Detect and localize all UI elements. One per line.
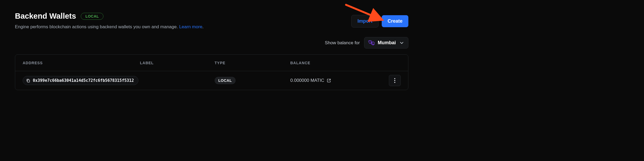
svg-point-1 (394, 78, 395, 79)
row-actions-button[interactable] (389, 75, 401, 86)
address-text: 0x399e7c66ba63041a14d5c72fc6fb5678315f53… (33, 78, 134, 83)
subtitle-text: Engine performs blockchain actions using… (15, 24, 179, 29)
svg-point-2 (394, 80, 395, 81)
col-label: LABEL (140, 61, 204, 65)
wallet-type-badge: LOCAL (81, 13, 103, 20)
network-select[interactable]: Mumbai (364, 37, 408, 49)
table-row: 0x399e7c66ba63041a14d5c72fc6fb5678315f53… (15, 71, 408, 90)
external-link-icon[interactable] (327, 78, 331, 83)
balance-for-label: Show balance for (325, 40, 360, 46)
copy-icon (26, 79, 30, 83)
page-title: Backend Wallets (15, 12, 76, 21)
page-subtitle: Engine performs blockchain actions using… (15, 24, 204, 30)
svg-point-3 (394, 82, 395, 83)
col-type: TYPE (204, 61, 290, 65)
dots-vertical-icon (394, 78, 395, 83)
balance-text: 0.000000 MATIC (290, 78, 324, 83)
type-pill: LOCAL (215, 77, 236, 84)
table-header: ADDRESS LABEL TYPE BALANCE (15, 55, 408, 71)
address-pill[interactable]: 0x399e7c66ba63041a14d5c72fc6fb5678315f53… (23, 76, 138, 85)
svg-rect-0 (27, 80, 30, 82)
col-balance: BALANCE (290, 61, 377, 65)
network-name: Mumbai (378, 40, 396, 46)
import-button[interactable]: Import (351, 15, 379, 27)
wallets-table: ADDRESS LABEL TYPE BALANCE 0x399e7c66ba6… (15, 54, 408, 90)
create-button[interactable]: Create (382, 15, 408, 27)
learn-more-link[interactable]: Learn more (179, 24, 202, 29)
chevron-down-icon (400, 41, 403, 45)
col-address: ADDRESS (23, 61, 140, 65)
polygon-icon (368, 40, 375, 46)
